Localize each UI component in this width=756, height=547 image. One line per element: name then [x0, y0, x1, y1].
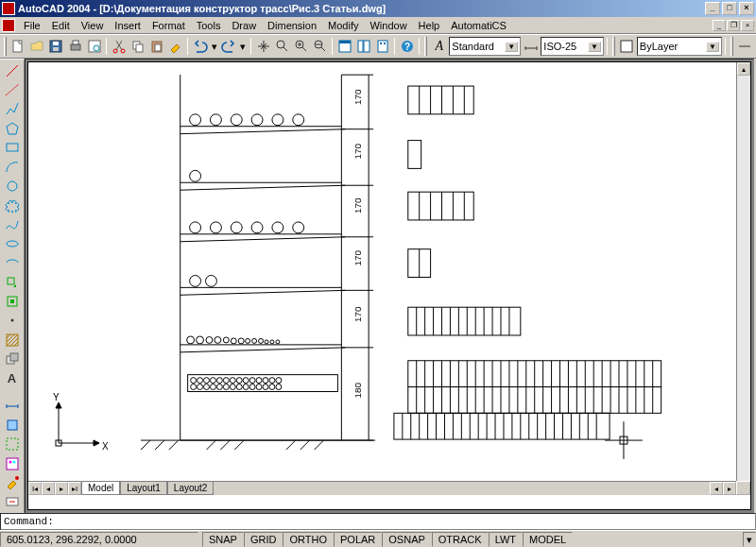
help-icon[interactable]: ? — [398, 37, 416, 56]
tab-model[interactable]: Model — [81, 482, 120, 495]
menu-file[interactable]: File — [18, 19, 46, 32]
xref-icon[interactable] — [3, 493, 22, 511]
menu-tools[interactable]: Tools — [191, 19, 227, 32]
save-icon[interactable] — [47, 37, 65, 56]
rectangle-icon[interactable] — [3, 138, 22, 156]
menu-help[interactable]: Help — [413, 19, 446, 32]
menu-edit[interactable]: Edit — [46, 19, 76, 32]
mdi-close-button[interactable]: × — [741, 20, 754, 31]
color-dropdown[interactable]: ByLayer▼ — [637, 37, 722, 56]
polygon-icon[interactable] — [3, 119, 22, 137]
tab-layout1[interactable]: Layout1 — [120, 482, 167, 495]
design-center-icon[interactable] — [354, 37, 372, 56]
cut-icon[interactable] — [110, 37, 128, 56]
status-otrack[interactable]: OTRACK — [432, 532, 489, 547]
tool-palettes-icon[interactable] — [3, 454, 22, 472]
status-osnap[interactable]: OSNAP — [382, 532, 432, 547]
pan-icon[interactable] — [254, 37, 272, 56]
tab-next-button[interactable]: ▸ — [55, 482, 68, 495]
menu-view[interactable]: View — [76, 19, 110, 32]
minimize-button[interactable]: _ — [705, 2, 720, 15]
dim-label: 170 — [352, 143, 363, 159]
polyline-icon[interactable] — [3, 100, 22, 118]
line-icon[interactable] — [3, 61, 22, 79]
undo-arrow-icon[interactable]: ▾ — [210, 37, 219, 56]
paint-icon[interactable] — [3, 473, 22, 491]
properties-icon[interactable] — [335, 37, 353, 56]
menu-format[interactable]: Format — [146, 19, 191, 32]
xline-icon[interactable] — [3, 80, 22, 98]
revcloud-icon[interactable] — [3, 197, 22, 214]
status-polar[interactable]: POLAR — [334, 532, 382, 547]
new-icon[interactable] — [9, 37, 27, 56]
status-grid[interactable]: GRID — [244, 532, 284, 547]
toolbar-grip[interactable] — [424, 37, 427, 56]
undo-icon[interactable] — [191, 37, 209, 56]
color-swatch-icon[interactable] — [618, 37, 636, 56]
toolbar-grip[interactable] — [612, 37, 615, 56]
text-icon[interactable]: A — [3, 369, 22, 387]
circle-icon[interactable] — [3, 177, 22, 195]
zoom-window-icon[interactable] — [292, 37, 310, 56]
command-line[interactable]: Command: — [0, 513, 756, 530]
print-icon[interactable] — [66, 37, 84, 56]
mdi-restore-button[interactable]: ❐ — [727, 20, 740, 31]
tool-palette-icon[interactable] — [373, 37, 391, 56]
linetype-icon[interactable] — [736, 37, 754, 56]
menu-window[interactable]: Window — [364, 19, 412, 32]
menu-draw[interactable]: Draw — [226, 19, 262, 32]
area-icon[interactable] — [3, 416, 22, 434]
toolbar-grip[interactable] — [730, 37, 733, 56]
status-ortho[interactable]: ORTHO — [283, 532, 334, 547]
insert-block-icon[interactable] — [3, 273, 22, 291]
toolbar-grip[interactable] — [4, 37, 7, 56]
make-block-icon[interactable] — [3, 292, 22, 310]
close-button[interactable]: × — [739, 2, 754, 15]
vertical-scrollbar[interactable]: ▴ ▾ — [736, 62, 750, 495]
match-properties-icon[interactable] — [166, 37, 184, 56]
paste-icon[interactable] — [147, 37, 165, 56]
plot-preview-icon[interactable] — [85, 37, 103, 56]
zoom-previous-icon[interactable] — [311, 37, 329, 56]
dimstyle-dropdown[interactable]: ISO-25▼ — [541, 37, 604, 56]
maximize-button[interactable]: □ — [722, 2, 737, 15]
svg-point-78 — [293, 222, 304, 233]
scroll-up-button[interactable]: ▴ — [737, 62, 750, 76]
hatch-icon[interactable] — [3, 331, 22, 349]
ellipse-arc-icon[interactable] — [3, 254, 22, 272]
qselect-icon[interactable] — [3, 436, 22, 453]
region-icon[interactable] — [3, 350, 22, 368]
arc-icon[interactable] — [3, 158, 22, 176]
svg-point-76 — [251, 222, 263, 233]
menu-automatics[interactable]: AutomatiCS — [445, 19, 512, 32]
status-tray-icon[interactable]: ▾ — [743, 532, 756, 547]
copy-icon[interactable] — [129, 37, 146, 56]
tab-last-button[interactable]: ▸I — [68, 482, 81, 495]
svg-point-118 — [256, 385, 262, 390]
open-icon[interactable] — [28, 37, 46, 56]
menu-dimension[interactable]: Dimension — [262, 19, 322, 32]
status-model[interactable]: MODEL — [523, 532, 573, 547]
tab-first-button[interactable]: I◂ — [28, 482, 42, 495]
drawing-canvas[interactable]: 170 170 170 170 170 180 — [28, 62, 736, 481]
textstyle-dropdown[interactable]: Standard▼ — [449, 37, 521, 56]
scroll-left-button[interactable]: ◂ — [710, 482, 723, 495]
point-icon[interactable] — [3, 312, 22, 330]
redo-arrow-icon[interactable]: ▾ — [239, 37, 249, 56]
svg-point-91 — [265, 340, 268, 344]
spline-icon[interactable] — [3, 215, 22, 233]
horizontal-scrollbar[interactable]: I◂ ◂ ▸ ▸I Model Layout1 Layout2 ◂ ▸ — [28, 481, 736, 495]
menu-modify[interactable]: Modify — [322, 19, 364, 32]
tab-layout2[interactable]: Layout2 — [167, 482, 215, 495]
zoom-realtime-icon[interactable] — [273, 37, 291, 56]
distance-icon[interactable] — [3, 397, 22, 415]
redo-icon[interactable] — [220, 37, 238, 56]
tab-prev-button[interactable]: ◂ — [42, 482, 55, 495]
svg-point-113 — [223, 385, 229, 390]
menu-insert[interactable]: Insert — [109, 19, 146, 32]
mdi-minimize-button[interactable]: _ — [713, 20, 726, 31]
ellipse-icon[interactable] — [3, 234, 22, 252]
status-snap[interactable]: SNAP — [202, 532, 244, 547]
scroll-right-button[interactable]: ▸ — [723, 482, 736, 495]
status-lwt[interactable]: LWT — [489, 532, 523, 547]
